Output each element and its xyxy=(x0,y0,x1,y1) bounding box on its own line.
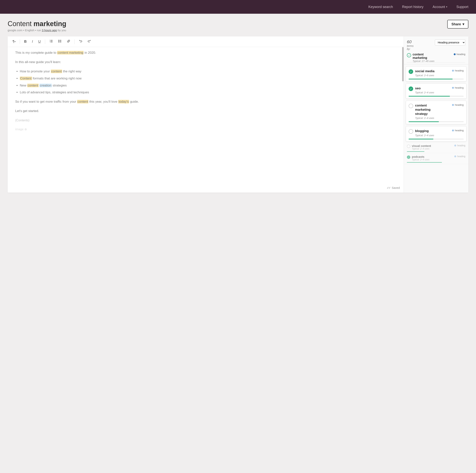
dimmed-item-visual-content: visual content Typical: 2–4 uses heading xyxy=(404,142,468,153)
italic-button[interactable]: I xyxy=(31,39,34,44)
card-item-cms: contentmarketingstrategy Typical: 2–4 us… xyxy=(406,101,466,124)
heading-dot-cms xyxy=(452,104,454,106)
check-icon-cms[interactable] xyxy=(408,104,413,108)
progress-bar-wrap-cms xyxy=(408,121,464,122)
keyword-typical-podcasts: Typical: 2–4 uses xyxy=(412,158,429,161)
heading-dropdown[interactable]: Heading presence xyxy=(435,39,465,46)
card-item-top-social-media: ✓ social media Typical: 2–6 uses heading xyxy=(408,69,464,77)
main-area: Content marketing google.com • English •… xyxy=(0,14,476,199)
dimmed-item-podcasts: ✓ podcasts Typical: 2–4 uses heading xyxy=(404,153,468,164)
editor-paragraph-4: Let's get started. xyxy=(15,108,145,114)
heading-label-blogging: heading xyxy=(455,129,464,132)
keyword-typical-social-media: Typical: 2–6 uses xyxy=(415,74,435,77)
support-link[interactable]: Support xyxy=(456,5,468,9)
keyword-block-social-media: social media Typical: 2–6 uses xyxy=(415,69,435,77)
check-icon-blogging[interactable] xyxy=(408,129,413,134)
keyword-name-social-media: social media xyxy=(415,69,435,73)
subtitle-suffix: by you xyxy=(58,29,66,32)
bold-button[interactable]: B xyxy=(23,39,28,44)
editor-content[interactable]: This is my complete guide to content mar… xyxy=(8,36,152,193)
unordered-list-icon xyxy=(58,39,62,44)
account-caret-icon: ▾ xyxy=(446,5,447,8)
link-button[interactable] xyxy=(66,39,71,45)
account-link[interactable]: Account ▾ xyxy=(433,5,447,9)
sidebar-meta: 60 terms by: Heading presence xyxy=(407,39,465,51)
undo-button[interactable] xyxy=(78,39,83,45)
undo-icon xyxy=(79,39,82,44)
featured-keyword-typical: Typical: 17–49 uses xyxy=(413,60,435,62)
highlight-content-4: content xyxy=(77,100,88,104)
sidebar: 60 terms by: Heading presence ✓ xyxy=(404,36,468,193)
svg-point-6 xyxy=(58,40,59,41)
featured-keyword-name: contentmarketing xyxy=(413,53,435,60)
keyword-name-visual-content: visual content xyxy=(412,144,431,147)
dimmed-item-left-visual-content: visual content Typical: 2–4 uses xyxy=(407,144,431,150)
heading-dot-blue xyxy=(454,53,456,55)
subtitle-text: google.com • English • run xyxy=(8,29,41,32)
check-icon-content-marketing: ✓ xyxy=(407,53,411,57)
keyword-search-link[interactable]: Keyword search xyxy=(368,5,393,9)
paragraph-button[interactable]: ¶ ▾ xyxy=(11,39,17,44)
keyword-name-seo: seo xyxy=(415,86,434,90)
underline-button[interactable]: U xyxy=(37,39,42,44)
keyword-name-cms: contentmarketingstrategy xyxy=(415,104,434,116)
keyword-name-podcasts: podcasts xyxy=(412,155,429,158)
card-item-left-seo: ✓ seo Typical: 2–4 uses xyxy=(408,86,434,94)
terms-count: 60 xyxy=(407,39,414,44)
redo-button[interactable] xyxy=(86,39,92,45)
run-time-link[interactable]: 3 hours ago xyxy=(42,29,57,32)
card-item-social-media: ✓ social media Typical: 2–6 uses heading xyxy=(406,66,466,82)
report-history-link[interactable]: Report history xyxy=(402,5,424,9)
title-regular: Content xyxy=(8,20,32,28)
check-icon-podcasts[interactable]: ✓ xyxy=(407,156,410,159)
svg-point-8 xyxy=(58,42,59,42)
link-icon xyxy=(67,39,70,44)
featured-item-top: ✓ contentmarketing Typical: 17–49 uses h… xyxy=(407,53,465,62)
top-navigation: Keyword search Report history Account ▾ … xyxy=(0,0,476,14)
card-item-blogging: blogging Typical: 2–4 uses heading xyxy=(406,126,466,141)
heading-dot-blogging xyxy=(452,130,454,131)
check-icon-visual-content[interactable] xyxy=(407,145,410,148)
share-caret-icon: ▾ xyxy=(462,22,464,26)
progress-bar-wrap-blogging xyxy=(408,139,464,140)
highlight-todays: today's xyxy=(118,100,129,104)
keyword-block-podcasts: podcasts Typical: 2–4 uses xyxy=(412,155,429,161)
progress-bar-podcasts xyxy=(407,162,442,163)
toolbar-separator-1 xyxy=(20,39,20,44)
heading-label-social-media: heading xyxy=(455,69,464,72)
share-button[interactable]: Share ▾ xyxy=(447,20,468,29)
unordered-list-button[interactable] xyxy=(57,39,63,45)
editor-paragraph-2: In this all-new guide you'll learn: xyxy=(15,59,145,65)
list-item-2: Content formats that are working right n… xyxy=(20,76,145,81)
keyword-block-cms: contentmarketingstrategy Typical: 2–4 us… xyxy=(415,104,434,120)
keyword-typical-cms: Typical: 2–4 uses xyxy=(415,117,434,120)
editor-paragraph-1: This is my complete guide to content mar… xyxy=(15,50,145,56)
svg-text:3: 3 xyxy=(50,41,50,42)
scrollbar-handle[interactable] xyxy=(402,47,404,81)
heading-badge-seo: heading xyxy=(452,86,464,89)
highlight-content: content xyxy=(51,70,62,73)
italic-icon: I xyxy=(32,40,33,44)
progress-bar-visual-content xyxy=(407,151,425,152)
keyword-block-seo: seo Typical: 2–4 uses xyxy=(415,86,434,94)
keyword-block-visual-content: visual content Typical: 2–4 uses xyxy=(412,144,431,150)
svg-point-7 xyxy=(58,41,59,41)
check-icon-seo[interactable]: ✓ xyxy=(408,87,413,91)
editor-placeholder-1: (Contents) xyxy=(15,118,145,123)
progress-bar-wrap-social-media xyxy=(408,79,464,79)
ordered-list-button[interactable]: 1 2 3 xyxy=(48,39,54,45)
redo-icon xyxy=(87,39,91,44)
featured-item-left: ✓ contentmarketing Typical: 17–49 uses xyxy=(407,53,435,62)
heading-badge-social-media: heading xyxy=(452,69,464,72)
terms-block: 60 terms by: xyxy=(407,39,414,51)
highlight-content-2: Content xyxy=(20,77,32,80)
editor-toolbar: ¶ ▾ B I U 1 2 xyxy=(8,36,404,47)
check-icon-social-media[interactable]: ✓ xyxy=(408,69,413,74)
heading-label-cms: heading xyxy=(455,104,464,106)
progress-bar-blogging xyxy=(408,139,433,140)
highlight-content-3: content xyxy=(27,84,39,87)
keyword-typical-seo: Typical: 2–4 uses xyxy=(415,91,434,94)
dimmed-item-top-visual-content: visual content Typical: 2–4 uses heading xyxy=(407,144,465,150)
heading-select[interactable]: Heading presence xyxy=(435,39,465,46)
keyword-typical-visual-content: Typical: 2–4 uses xyxy=(412,147,431,150)
